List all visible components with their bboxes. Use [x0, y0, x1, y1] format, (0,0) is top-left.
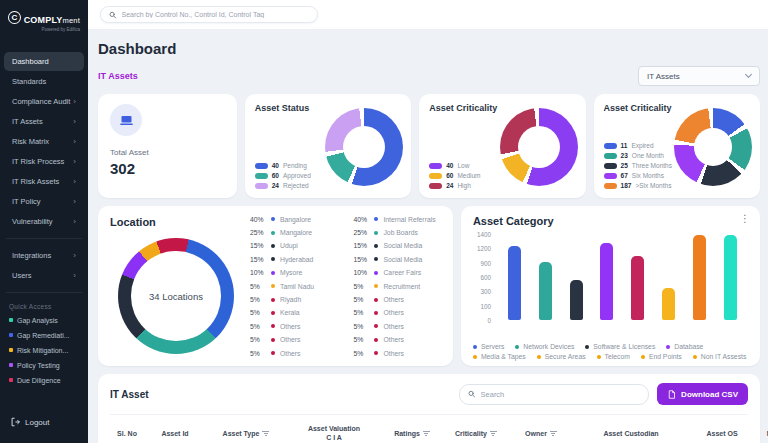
- logo-tagline: Powered by Edifica: [24, 28, 80, 33]
- column-header-asset-os: Asset OS: [690, 429, 754, 438]
- sidebar-item-label: Users: [12, 271, 32, 280]
- legend-label: Job Boards: [383, 229, 417, 236]
- quick-access-item-due-diligence[interactable]: Due Diligence: [0, 373, 88, 388]
- global-search[interactable]: [100, 6, 318, 23]
- bar-telecom: [693, 235, 706, 320]
- legend-pct: 15%: [250, 242, 266, 249]
- column-header-ratings[interactable]: Ratings: [382, 429, 442, 438]
- legend-color-pill-icon: [604, 143, 617, 149]
- quick-access-item-gap-remediati[interactable]: Gap Remediati...: [0, 328, 88, 343]
- y-axis-tick-label: 300: [480, 288, 491, 295]
- filter-icon[interactable]: [550, 431, 557, 436]
- legend-color-pill-icon: [255, 183, 268, 189]
- quick-access-item-gap-analysis[interactable]: Gap Analysis: [0, 313, 88, 328]
- file-icon: [667, 390, 676, 399]
- chevron-right-icon: ›: [73, 217, 76, 226]
- main-area: Dashboard IT Assets IT Assets Total Asse…: [88, 0, 768, 443]
- color-dot-icon: [9, 318, 13, 322]
- sidebar-item-vulnerability[interactable]: Vulnerability›: [4, 212, 84, 231]
- column-label: Criticality: [455, 429, 487, 438]
- legend-pct: 40%: [250, 216, 266, 223]
- bar-network-devices: [539, 262, 552, 320]
- legend-item-rejected: 24Rejected: [255, 182, 311, 189]
- legend-label: End Points: [649, 353, 682, 360]
- legend-label: Non IT Assests: [701, 353, 747, 360]
- sidebar-item-label: Dashboard: [12, 57, 49, 66]
- sidebar-item-label: IT Policy: [12, 197, 41, 206]
- legend-pct: 5%: [353, 309, 369, 316]
- quick-access-item-policy-testing[interactable]: Policy Testing: [0, 358, 88, 373]
- table-search[interactable]: [459, 384, 649, 405]
- legend-label: Software & Licenses: [593, 343, 655, 350]
- kebab-menu-icon[interactable]: ⋮: [740, 213, 750, 224]
- sidebar-item-compliance-audit[interactable]: Compliance Audit›: [4, 92, 84, 111]
- legend-label: Others: [383, 323, 403, 330]
- sidebar-item-it-assets[interactable]: IT Assets›: [4, 112, 84, 131]
- legend-color-dot-icon: [271, 351, 275, 355]
- it-asset-table-card: IT Asset Download CSV Sl. NoAsset IdAsse…: [98, 374, 760, 443]
- legend-color-dot-icon: [374, 298, 378, 302]
- legend-pct: 25%: [250, 229, 266, 236]
- legend-color-dot-icon: [374, 311, 378, 315]
- filter-icon[interactable]: [262, 431, 269, 436]
- legend-label: Kerala: [280, 309, 300, 316]
- legend-label: Others: [383, 309, 403, 316]
- legend-item-low: 40Low: [429, 162, 480, 169]
- legend-color-dot-icon: [374, 338, 378, 342]
- sidebar-item-standards[interactable]: Standards: [4, 72, 84, 91]
- sidebar-item-it-risk-process[interactable]: IT Risk Process›: [4, 152, 84, 171]
- sidebar-item-it-policy[interactable]: IT Policy›: [4, 192, 84, 211]
- column-header-owner[interactable]: Owner: [510, 429, 572, 438]
- sidebar-item-users[interactable]: Users›: [4, 266, 84, 285]
- table-search-input[interactable]: [481, 390, 641, 399]
- legend-pct: 5%: [250, 323, 266, 330]
- legend-label: Secure Areas: [545, 353, 586, 360]
- legend-label: Others: [280, 323, 300, 330]
- legend-pct: 5%: [250, 350, 266, 357]
- legend-label: Pending: [283, 162, 307, 169]
- legend-color-dot-icon: [271, 324, 275, 328]
- filter-icon[interactable]: [490, 431, 497, 436]
- sidebar-item-dashboard[interactable]: Dashboard: [4, 52, 84, 71]
- legend-label: Mysore: [280, 269, 302, 276]
- column-header-asset-type[interactable]: Asset Type: [206, 429, 286, 438]
- download-csv-button[interactable]: Download CSV: [657, 383, 748, 405]
- global-search-input[interactable]: [122, 11, 310, 18]
- bar-legend-item-end-points: End Points: [641, 353, 682, 360]
- quick-access-item-risk-mitigation[interactable]: Risk Mitigation...: [0, 343, 88, 358]
- bar-legend-item-software-licenses: Software & Licenses: [585, 343, 655, 350]
- column-header-criticality[interactable]: Criticality: [442, 429, 510, 438]
- location-legend-item: 15%Udupi: [250, 240, 343, 252]
- donut-hole: [518, 126, 560, 168]
- column-header-asset-valuation: Asset ValuationC I A: [286, 424, 382, 442]
- legend-label: Expired: [631, 142, 653, 149]
- y-axis-tick-label: 900: [480, 259, 491, 266]
- sidebar-item-it-risk-assets[interactable]: IT Risk Assets›: [4, 172, 84, 191]
- sidebar-item-label: Integrations: [12, 251, 51, 260]
- legend-pct: 5%: [250, 296, 266, 303]
- legend-color-dot-icon: [374, 324, 378, 328]
- legend-label: High: [457, 182, 470, 189]
- asset-filter-dropdown[interactable]: IT Assets: [638, 66, 760, 86]
- total-asset-value: 302: [110, 160, 225, 177]
- filter-icon[interactable]: [423, 431, 430, 436]
- logout-button[interactable]: Logout: [0, 411, 88, 433]
- legend-label: Servers: [481, 343, 504, 350]
- legend-pct: 5%: [250, 336, 266, 343]
- legend-color-dot-icon: [666, 345, 670, 349]
- column-header-sl-no: Sl. No: [110, 429, 144, 438]
- bar-software-licenses: [570, 280, 583, 320]
- asset-category-card: Asset Category ⋮ 140012009006003001000 S…: [461, 206, 760, 366]
- sidebar-item-risk-matrix[interactable]: Risk Matrix›: [4, 132, 84, 151]
- sidebar-item-label: IT Risk Assets: [12, 177, 59, 186]
- legend-color-pill-icon: [429, 173, 442, 179]
- legend-label: Database: [674, 343, 703, 350]
- dropdown-value: IT Assets: [647, 72, 680, 81]
- legend-item-medium: 60Medium: [429, 172, 480, 179]
- sidebar-item-integrations[interactable]: Integrations›: [4, 246, 84, 265]
- legend-pct: 15%: [353, 242, 369, 249]
- location-legend-item: 15%Hyderabad: [250, 253, 343, 265]
- column-sublabel: C I A: [308, 433, 360, 442]
- column-label: Asset Type: [223, 429, 260, 438]
- location-legend-item: 5%Others: [353, 293, 446, 305]
